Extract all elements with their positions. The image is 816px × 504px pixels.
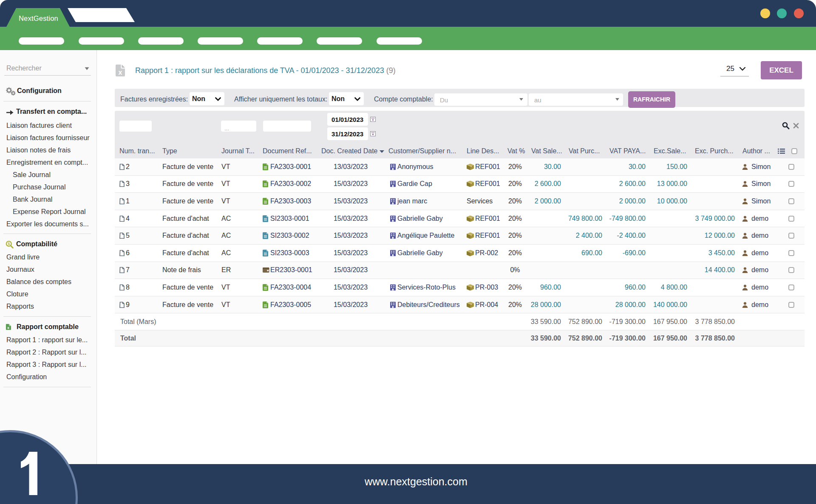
svg-text:$: $ [8, 242, 10, 246]
svg-text:x: x [7, 326, 9, 330]
svg-text:x: x [119, 69, 122, 76]
